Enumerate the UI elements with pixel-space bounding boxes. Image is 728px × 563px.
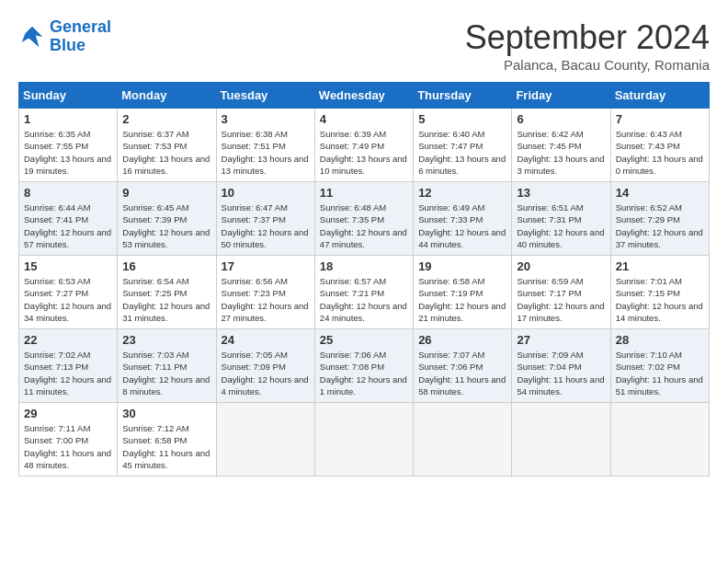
day-info: Sunrise: 7:02 AMSunset: 7:13 PMDaylight:… — [24, 349, 112, 397]
table-row: 22Sunrise: 7:02 AMSunset: 7:13 PMDayligh… — [19, 329, 118, 403]
table-row: 15Sunrise: 6:53 AMSunset: 7:27 PMDayligh… — [19, 256, 118, 329]
table-row: 6Sunrise: 6:42 AMSunset: 7:45 PMDaylight… — [512, 109, 610, 182]
day-info: Sunrise: 6:59 AMSunset: 7:17 PMDaylight:… — [517, 275, 605, 324]
table-row: 27Sunrise: 7:09 AMSunset: 7:04 PMDayligh… — [512, 329, 610, 403]
col-sunday: Sunday — [19, 83, 118, 109]
day-number: 5 — [418, 112, 506, 126]
day-number: 9 — [122, 186, 210, 200]
day-info: Sunrise: 6:38 AMSunset: 7:51 PMDaylight:… — [222, 128, 310, 177]
day-info: Sunrise: 6:53 AMSunset: 7:27 PMDaylight:… — [24, 275, 112, 324]
day-number: 19 — [418, 259, 506, 273]
table-row: 1Sunrise: 6:35 AMSunset: 7:55 PMDaylight… — [19, 109, 118, 182]
day-info: Sunrise: 7:05 AMSunset: 7:09 PMDaylight:… — [222, 349, 310, 397]
day-info: Sunrise: 7:06 AMSunset: 7:08 PMDaylight:… — [320, 349, 408, 397]
day-info: Sunrise: 6:58 AMSunset: 7:19 PMDaylight:… — [418, 275, 506, 324]
day-info: Sunrise: 7:07 AMSunset: 7:06 PMDaylight:… — [418, 349, 506, 397]
table-row: 13Sunrise: 6:51 AMSunset: 7:31 PMDayligh… — [512, 182, 610, 256]
table-row: 17Sunrise: 6:56 AMSunset: 7:23 PMDayligh… — [216, 256, 314, 329]
day-info: Sunrise: 6:44 AMSunset: 7:41 PMDaylight:… — [24, 201, 112, 250]
table-row — [414, 403, 512, 477]
day-number: 27 — [517, 333, 605, 347]
table-row: 18Sunrise: 6:57 AMSunset: 7:21 PMDayligh… — [314, 256, 413, 329]
day-info: Sunrise: 6:39 AMSunset: 7:49 PMDaylight:… — [320, 128, 408, 177]
day-number: 11 — [320, 186, 408, 200]
table-row — [216, 403, 314, 477]
day-info: Sunrise: 7:09 AMSunset: 7:04 PMDaylight:… — [517, 349, 605, 397]
day-info: Sunrise: 6:40 AMSunset: 7:47 PMDaylight:… — [418, 128, 506, 177]
day-number: 2 — [122, 112, 210, 126]
day-number: 24 — [222, 333, 310, 347]
day-number: 25 — [320, 333, 408, 347]
day-number: 6 — [517, 112, 605, 126]
col-wednesday: Wednesday — [314, 83, 413, 109]
table-row: 3Sunrise: 6:38 AMSunset: 7:51 PMDaylight… — [216, 109, 314, 182]
calendar-header-row: Sunday Monday Tuesday Wednesday Thursday… — [19, 83, 710, 109]
day-info: Sunrise: 6:42 AMSunset: 7:45 PMDaylight:… — [517, 128, 605, 177]
day-number: 29 — [24, 407, 112, 420]
title-block: September 2024 Palanca, Bacau County, Ro… — [465, 18, 710, 73]
day-number: 14 — [616, 186, 704, 200]
table-row: 24Sunrise: 7:05 AMSunset: 7:09 PMDayligh… — [216, 329, 314, 403]
month-title: September 2024 — [465, 18, 710, 57]
table-row: 25Sunrise: 7:06 AMSunset: 7:08 PMDayligh… — [314, 329, 413, 403]
day-number: 8 — [24, 186, 112, 200]
day-number: 30 — [122, 407, 210, 420]
day-info: Sunrise: 7:12 AMSunset: 6:58 PMDaylight:… — [122, 422, 210, 471]
table-row: 7Sunrise: 6:43 AMSunset: 7:43 PMDaylight… — [610, 109, 709, 182]
day-info: Sunrise: 6:57 AMSunset: 7:21 PMDaylight:… — [320, 275, 408, 324]
day-info: Sunrise: 6:45 AMSunset: 7:39 PMDaylight:… — [122, 201, 210, 250]
table-row: 10Sunrise: 6:47 AMSunset: 7:37 PMDayligh… — [216, 182, 314, 256]
day-number: 28 — [616, 333, 704, 347]
day-info: Sunrise: 7:11 AMSunset: 7:00 PMDaylight:… — [24, 422, 112, 471]
svg-marker-0 — [22, 27, 43, 48]
logo-icon — [18, 23, 46, 51]
page-header: General Blue September 2024 Palanca, Bac… — [18, 18, 710, 73]
col-monday: Monday — [118, 83, 216, 109]
day-info: Sunrise: 6:48 AMSunset: 7:35 PMDaylight:… — [320, 201, 408, 250]
day-info: Sunrise: 6:47 AMSunset: 7:37 PMDaylight:… — [222, 201, 310, 250]
day-number: 4 — [320, 112, 408, 126]
table-row: 29Sunrise: 7:11 AMSunset: 7:00 PMDayligh… — [19, 403, 118, 477]
col-friday: Friday — [512, 83, 610, 109]
day-info: Sunrise: 6:37 AMSunset: 7:53 PMDaylight:… — [122, 128, 210, 177]
col-thursday: Thursday — [414, 83, 512, 109]
day-number: 18 — [320, 259, 408, 273]
day-number: 10 — [222, 186, 310, 200]
day-number: 23 — [122, 333, 210, 347]
table-row: 30Sunrise: 7:12 AMSunset: 6:58 PMDayligh… — [118, 403, 216, 477]
day-info: Sunrise: 6:49 AMSunset: 7:33 PMDaylight:… — [418, 201, 506, 250]
logo-text: General Blue — [50, 18, 111, 55]
day-info: Sunrise: 6:54 AMSunset: 7:25 PMDaylight:… — [122, 275, 210, 324]
day-info: Sunrise: 6:35 AMSunset: 7:55 PMDaylight:… — [24, 128, 112, 177]
day-number: 21 — [616, 259, 704, 273]
day-info: Sunrise: 7:10 AMSunset: 7:02 PMDaylight:… — [616, 349, 704, 397]
day-number: 20 — [517, 259, 605, 273]
day-info: Sunrise: 6:56 AMSunset: 7:23 PMDaylight:… — [222, 275, 310, 324]
table-row: 9Sunrise: 6:45 AMSunset: 7:39 PMDaylight… — [118, 182, 216, 256]
day-info: Sunrise: 6:43 AMSunset: 7:43 PMDaylight:… — [616, 128, 704, 177]
logo: General Blue — [18, 18, 111, 55]
day-info: Sunrise: 7:03 AMSunset: 7:11 PMDaylight:… — [122, 349, 210, 397]
col-tuesday: Tuesday — [216, 83, 314, 109]
table-row: 16Sunrise: 6:54 AMSunset: 7:25 PMDayligh… — [118, 256, 216, 329]
day-number: 17 — [222, 259, 310, 273]
table-row: 8Sunrise: 6:44 AMSunset: 7:41 PMDaylight… — [19, 182, 118, 256]
table-row: 19Sunrise: 6:58 AMSunset: 7:19 PMDayligh… — [414, 256, 512, 329]
table-row: 20Sunrise: 6:59 AMSunset: 7:17 PMDayligh… — [512, 256, 610, 329]
day-number: 15 — [24, 259, 112, 273]
table-row: 11Sunrise: 6:48 AMSunset: 7:35 PMDayligh… — [314, 182, 413, 256]
day-number: 26 — [418, 333, 506, 347]
table-row: 4Sunrise: 6:39 AMSunset: 7:49 PMDaylight… — [314, 109, 413, 182]
day-number: 3 — [222, 112, 310, 126]
table-row: 21Sunrise: 7:01 AMSunset: 7:15 PMDayligh… — [610, 256, 709, 329]
col-saturday: Saturday — [610, 83, 709, 109]
day-number: 13 — [517, 186, 605, 200]
table-row: 23Sunrise: 7:03 AMSunset: 7:11 PMDayligh… — [118, 329, 216, 403]
table-row: 12Sunrise: 6:49 AMSunset: 7:33 PMDayligh… — [414, 182, 512, 256]
calendar-week-row: 1Sunrise: 6:35 AMSunset: 7:55 PMDaylight… — [19, 109, 710, 182]
calendar-table: Sunday Monday Tuesday Wednesday Thursday… — [18, 82, 710, 477]
day-number: 22 — [24, 333, 112, 347]
table-row: 26Sunrise: 7:07 AMSunset: 7:06 PMDayligh… — [414, 329, 512, 403]
day-number: 12 — [418, 186, 506, 200]
table-row: 14Sunrise: 6:52 AMSunset: 7:29 PMDayligh… — [610, 182, 709, 256]
